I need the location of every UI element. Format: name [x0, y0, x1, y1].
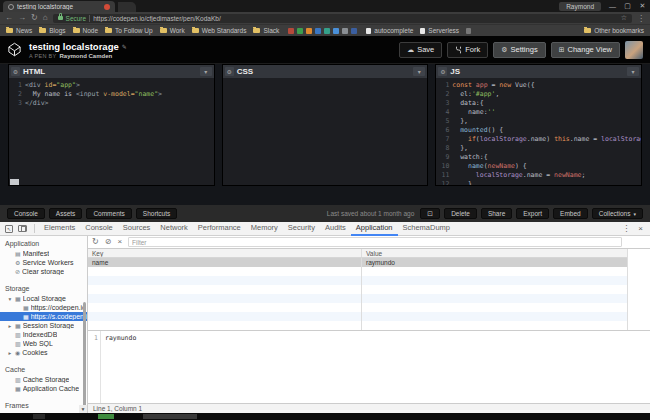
- sidebar-item[interactable]: ▦https://codepen.io: [0, 303, 87, 312]
- console-tab-console[interactable]: Console: [7, 208, 45, 219]
- bookmark-folder-item[interactable]: To Follow Up: [105, 27, 153, 34]
- extension-icon[interactable]: [342, 28, 348, 34]
- forward-icon[interactable]: →: [18, 14, 26, 22]
- chevron-down-icon[interactable]: ▾: [200, 67, 212, 76]
- filter-input[interactable]: [128, 237, 622, 247]
- storage-empty-row[interactable]: [88, 312, 627, 321]
- new-tab-button[interactable]: [118, 2, 136, 12]
- user-avatar[interactable]: [625, 41, 643, 59]
- maximize-button[interactable]: ▢: [620, 0, 635, 12]
- windows-taskbar[interactable]: [0, 413, 650, 420]
- storage-empty-row[interactable]: [88, 285, 627, 294]
- console-tab-assets[interactable]: Assets: [49, 208, 83, 219]
- storage-empty-row[interactable]: [88, 321, 627, 330]
- console-tab-shortcuts[interactable]: Shortcuts: [136, 208, 177, 219]
- bookmark-folder-item[interactable]: Node: [73, 27, 99, 34]
- devtools-tab-memory[interactable]: Memory: [246, 222, 283, 236]
- devtools-close-icon[interactable]: ×: [634, 224, 647, 233]
- sidebar-item[interactable]: ▾▦Local Storage: [0, 294, 87, 303]
- storage-empty-row[interactable]: [88, 267, 627, 276]
- back-icon[interactable]: ←: [5, 14, 13, 22]
- expand-arrow-icon[interactable]: ▸: [7, 350, 13, 356]
- browser-menu-icon[interactable]: ⋮: [637, 14, 645, 23]
- inspect-element-icon[interactable]: ↖: [5, 225, 13, 233]
- extension-icon[interactable]: [333, 28, 339, 34]
- storage-empty-row[interactable]: [88, 294, 627, 303]
- devtools-tab-sources[interactable]: Sources: [118, 222, 156, 236]
- expand-arrow-icon[interactable]: ▾: [7, 296, 13, 302]
- refresh-icon[interactable]: ↻: [31, 14, 38, 22]
- bookmark-folder-item[interactable]: News: [6, 27, 32, 34]
- minimize-button[interactable]: —: [605, 0, 620, 12]
- editor-layout-button[interactable]: ⊡: [420, 208, 440, 219]
- chevron-down-icon[interactable]: ▾: [413, 67, 425, 76]
- refresh-icon[interactable]: ↻: [92, 238, 99, 246]
- edit-pencil-icon[interactable]: ✎: [122, 43, 127, 50]
- panel-resize-grip[interactable]: [10, 179, 19, 185]
- key-column-header[interactable]: Key: [88, 249, 362, 257]
- close-button[interactable]: ✕: [635, 0, 650, 12]
- action-share-button[interactable]: Share: [481, 208, 512, 219]
- editor-gear-icon[interactable]: ⚙: [438, 67, 447, 76]
- devtools-tab-performance[interactable]: Performance: [193, 222, 246, 236]
- preview-text[interactable]: raymundo: [101, 331, 136, 403]
- console-tab-comments[interactable]: Comments: [86, 208, 131, 219]
- storage-empty-row[interactable]: [88, 303, 627, 312]
- editor-gear-icon[interactable]: ⚙: [225, 67, 234, 76]
- sidebar-scrollbar[interactable]: [83, 302, 86, 410]
- settings-button[interactable]: ⚙ Settings: [493, 42, 545, 58]
- devtools-tab-application[interactable]: Application: [351, 222, 398, 236]
- tab-close-icon[interactable]: [104, 4, 110, 10]
- expand-arrow-icon[interactable]: ▸: [7, 323, 13, 329]
- js-code-editor[interactable]: 1const app = new Vue({2 el:'#app',3 data…: [436, 78, 641, 185]
- change-view-button[interactable]: ⊞ Change View: [551, 42, 620, 58]
- devtools-tab-elements[interactable]: Elements: [39, 222, 80, 236]
- bookmark-page-item[interactable]: Serverless: [420, 27, 459, 34]
- extension-icon[interactable]: [324, 28, 330, 34]
- sidebar-item[interactable]: ▦https://s.codepen.io: [0, 312, 87, 321]
- sidebar-item[interactable]: ⚙Service Workers: [0, 258, 87, 267]
- sidebar-item[interactable]: ⊘Clear storage: [0, 267, 87, 276]
- device-toolbar-icon[interactable]: [18, 225, 27, 232]
- editor-gear-icon[interactable]: ⚙: [11, 67, 20, 76]
- pen-author[interactable]: Raymond Camden: [59, 53, 112, 59]
- bookmark-star-icon[interactable]: ☆: [621, 14, 627, 22]
- html-code-editor[interactable]: 1<div id="app">2 My name is <input v-mod…: [9, 78, 214, 185]
- sidebar-item[interactable]: ▤Manifest: [0, 249, 87, 258]
- value-column-header[interactable]: Value: [362, 249, 627, 257]
- action-export-button[interactable]: Export: [516, 208, 549, 219]
- extension-icon[interactable]: [297, 28, 303, 34]
- extension-icon[interactable]: [306, 28, 312, 34]
- delete-selected-icon[interactable]: ×: [117, 238, 122, 246]
- profile-chip[interactable]: Raymond: [559, 2, 601, 11]
- sidebar-item[interactable]: ▥Web SQL: [0, 339, 87, 348]
- extension-icon[interactable]: [351, 28, 357, 34]
- other-bookmarks[interactable]: Other bookmarks: [584, 27, 644, 34]
- devtools-tab-console[interactable]: Console: [80, 222, 118, 236]
- sidebar-item[interactable]: ▸◉Cookies: [0, 348, 87, 357]
- sidebar-item[interactable]: ▸▦Session Storage: [0, 321, 87, 330]
- storage-row[interactable]: nameraymundo: [88, 258, 627, 267]
- storage-empty-row[interactable]: [88, 276, 627, 285]
- bookmark-folder-item[interactable]: Work: [160, 27, 185, 34]
- devtools-tab-security[interactable]: Security: [283, 222, 320, 236]
- action-delete-button[interactable]: Delete: [444, 208, 477, 219]
- bookmark-page-item[interactable]: autocomplete: [366, 27, 413, 34]
- sidebar-item[interactable]: ▥IndexedDB: [0, 330, 87, 339]
- clear-all-icon[interactable]: ⊘: [105, 238, 112, 246]
- scroll-down-icon[interactable]: ▼: [79, 405, 87, 413]
- css-code-editor[interactable]: [223, 78, 428, 185]
- bookmark-folder-item[interactable]: Slack: [253, 27, 279, 34]
- home-icon[interactable]: ⌂: [43, 14, 48, 22]
- devtools-tab-audits[interactable]: Audits: [320, 222, 351, 236]
- extension-icon[interactable]: [288, 28, 294, 34]
- taskbar-item[interactable]: [98, 414, 114, 419]
- bookmark-folder-item[interactable]: Web Standards: [192, 27, 247, 34]
- sidebar-item[interactable]: ▥Cache Storage: [0, 375, 87, 384]
- browser-tab[interactable]: testing localstorage: [3, 1, 115, 12]
- action-embed-button[interactable]: Embed: [553, 208, 588, 219]
- fork-button[interactable]: Fork: [447, 42, 488, 58]
- codepen-logo-icon[interactable]: [7, 42, 22, 57]
- extension-icon[interactable]: [315, 28, 321, 34]
- sidebar-item[interactable]: ▦Application Cache: [0, 384, 87, 393]
